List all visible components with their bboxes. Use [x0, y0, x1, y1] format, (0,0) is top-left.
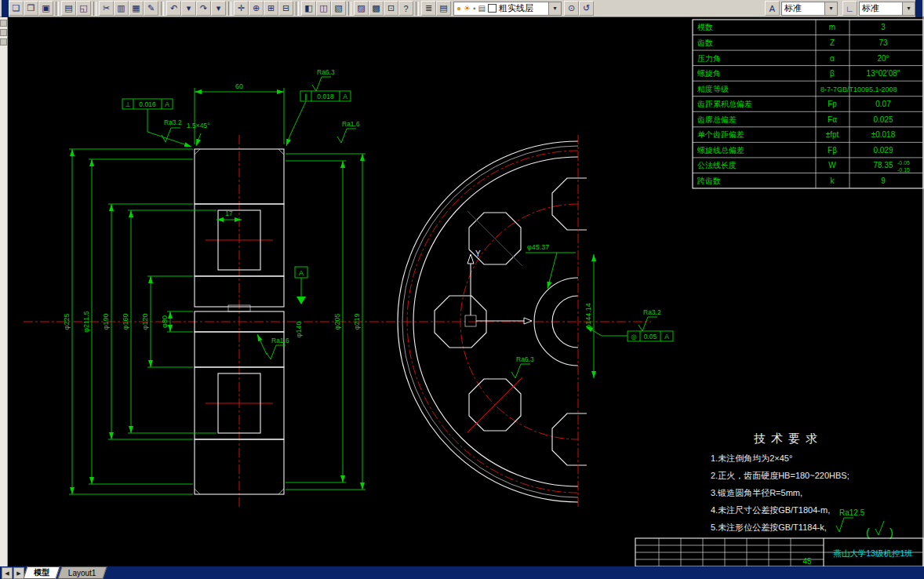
dock-icon-1[interactable]: [0, 20, 7, 27]
dim-web: 17: [225, 209, 233, 217]
dim-dia-6: φ80: [161, 315, 169, 328]
datum-label: A: [299, 269, 304, 277]
open-button[interactable]: ❐: [24, 1, 38, 16]
gdt-datum: A: [343, 93, 347, 100]
toolbar-separator: [348, 2, 351, 16]
layer-dropdown[interactable]: ● ☀ ▪ ▤ 粗实线层 ▾: [453, 2, 562, 16]
param-value: 78.35: [873, 161, 893, 169]
zoom-previous-button[interactable]: ⊟: [278, 1, 293, 16]
param-name: 模数: [697, 23, 713, 31]
properties-button[interactable]: ◧: [301, 1, 316, 16]
layer-dropdown-arrow[interactable]: ▾: [548, 2, 561, 15]
param-symbol: α: [830, 54, 835, 63]
chamfer-note: 1.5×45°: [187, 122, 210, 129]
layer-lock-icon[interactable]: ▪: [473, 5, 476, 13]
standard-toolbar: ❏❐▣▤◱✂▥▦✎↶▾↷▾✛⊕⊞⊟◧◫▧▨▩⊡?≣▤: [9, 1, 451, 16]
window-edge-right: [915, 0, 922, 17]
dim-style-dropdown-arrow[interactable]: ▾: [902, 2, 915, 15]
text-style-control: A 标准 ▾: [765, 1, 838, 16]
sheet-set-manager-button[interactable]: ▨: [354, 1, 369, 16]
svg-text:Ra1.6: Ra1.6: [271, 337, 289, 344]
param-symbol: k: [831, 177, 835, 185]
plot-button[interactable]: ▤: [61, 1, 76, 16]
toolbar-separator: [416, 2, 419, 16]
layer-on-icon[interactable]: ●: [457, 5, 461, 13]
zoom-realtime-button[interactable]: ⊕: [249, 1, 264, 16]
undo-button[interactable]: ↶: [166, 1, 181, 16]
copy-button[interactable]: ▥: [114, 1, 129, 16]
param-value: 9: [881, 177, 886, 185]
new-button[interactable]: ❏: [9, 1, 24, 16]
dim-hub-circle: φ45.37: [527, 243, 549, 251]
text-style-dropdown[interactable]: 标准 ▾: [781, 2, 838, 16]
param-value: ±0.018: [871, 130, 896, 139]
default-roughness-note: Ra12.5 ( ): [836, 508, 893, 539]
tech-requirement-item: 1.未注倒角均为2×45°: [711, 453, 792, 463]
tab-model[interactable]: 模型: [23, 566, 60, 579]
svg-text:Ra3.2: Ra3.2: [164, 118, 182, 126]
model-space[interactable]: 60 17 1.5×45° φ225 φ211.5 φ190 φ160 φ120…: [8, 17, 924, 566]
layer-previous-button[interactable]: ↺: [579, 1, 594, 16]
make-object-layer-current-button[interactable]: ⊙: [564, 1, 579, 16]
gdt-value: 0.05: [644, 333, 657, 340]
roughness-ra63-face: Ra6.3: [511, 355, 534, 378]
close-paren: ): [889, 526, 893, 539]
tolerance-frame-right: ∥ 0.018 A: [286, 91, 351, 146]
match-properties-button[interactable]: ✎: [144, 1, 158, 16]
param-tol-upper: -0.05: [897, 160, 910, 166]
layer-freeze-icon[interactable]: ☀: [464, 5, 471, 13]
drawing-canvas[interactable]: 60 17 1.5×45° φ225 φ211.5 φ190 φ160 φ120…: [8, 17, 924, 566]
designcenter-button[interactable]: ◫: [316, 1, 331, 16]
tab-scroll-left-button[interactable]: ◀: [2, 567, 13, 579]
dim-dia-right-1: φ205: [333, 314, 341, 330]
param-name: 螺旋角: [697, 69, 721, 78]
dim-width: 60: [235, 82, 243, 90]
undo-list-button[interactable]: ▾: [181, 1, 196, 16]
dim-style-icon[interactable]: ∟: [842, 1, 857, 16]
param-name: 齿廓总偏差: [697, 115, 737, 124]
markup-set-manager-button[interactable]: ▩: [369, 1, 384, 16]
redo-button[interactable]: ↷: [196, 1, 211, 16]
left-dock-strip: [0, 17, 8, 566]
text-style-dropdown-arrow[interactable]: ▾: [824, 2, 837, 15]
param-name: 螺旋线总偏差: [697, 146, 744, 155]
param-symbol: Fα: [828, 115, 837, 124]
param-name: 齿数: [697, 38, 713, 47]
text-style-icon[interactable]: A: [765, 1, 780, 16]
zoom-window-button[interactable]: ⊞: [264, 1, 278, 16]
dock-icon-3[interactable]: [0, 38, 7, 46]
pan-button[interactable]: ✛: [234, 1, 249, 16]
layer-tools-toolbar: ⊙↺: [564, 1, 594, 16]
plot-preview-button[interactable]: ◱: [76, 1, 91, 16]
tab-layout1[interactable]: Layout1: [57, 566, 107, 579]
gdt-datum: A: [165, 100, 169, 108]
layer-properties-manager-button[interactable]: ≣: [421, 1, 436, 16]
dock-icon-2[interactable]: [0, 29, 7, 36]
svg-text:Ra6.3: Ra6.3: [317, 68, 335, 76]
toolbar-separator: [228, 2, 231, 16]
param-symbol: β: [830, 69, 835, 78]
param-value: 13°02′08″: [867, 69, 900, 78]
param-name: 精度等级: [697, 85, 729, 93]
layer-plot-icon[interactable]: ▤: [478, 5, 486, 13]
paste-button[interactable]: ▦: [129, 1, 144, 16]
quickcalc-button[interactable]: ⊡: [384, 1, 398, 16]
layer-states-button[interactable]: ▤: [436, 1, 451, 16]
tool-palettes-button[interactable]: ▧: [331, 1, 346, 16]
param-tol-lower: -0.15: [897, 167, 910, 173]
dim-style-dropdown[interactable]: 标准 ▾: [859, 2, 915, 16]
redo-list-button[interactable]: ▾: [211, 1, 226, 16]
toolbar-separator: [56, 2, 59, 16]
toolbar-separator: [296, 2, 299, 16]
param-value: 3: [881, 23, 886, 31]
window-edge-left: [2, 0, 9, 17]
text-style-value: 标准: [784, 2, 822, 14]
cut-button[interactable]: ✂: [99, 1, 114, 16]
help-button[interactable]: ?: [398, 1, 413, 16]
svg-text:Ra6.3: Ra6.3: [516, 355, 534, 363]
save-button[interactable]: ▣: [38, 1, 53, 16]
param-value: 73: [879, 38, 888, 47]
tech-requirement-item: 2.正火，齿面硬度HB=180~220HBS;: [711, 471, 849, 480]
dim-vertical: φ144.14: [584, 303, 592, 329]
gdt-symbol: ◎: [631, 333, 636, 340]
